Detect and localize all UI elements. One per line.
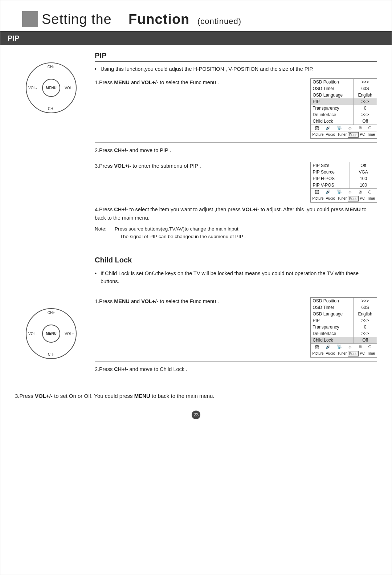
tab2-func[interactable]: Func <box>348 196 359 201</box>
cl-tab-time[interactable]: Time <box>366 351 376 356</box>
menu2-icon-picture: 🖼 <box>315 190 319 194</box>
cl-icon-audio: 🔊 <box>326 344 331 349</box>
table-row: OSD Timer 60S <box>311 304 377 311</box>
menu-icon-picture: 🖼 <box>315 126 319 130</box>
cl-remote-menu-btn: MENU <box>42 325 60 343</box>
pip-vpos-label: PIP V-POS <box>311 182 350 188</box>
pip-menu-osd-lang-label: OSD Language <box>311 92 354 98</box>
cl-deint-label: De-interlace <box>311 330 354 337</box>
table-row: Transparency 0 <box>311 324 377 330</box>
menu2-icon-audio: 🔊 <box>326 189 331 194</box>
pip-menu-footer-1: 🖼 🔊 📡 ◇ 🖥 ⏱ <box>311 125 377 131</box>
pip-menu-pip-label: PIP <box>311 98 354 105</box>
pip-menu-tabs-2: Picture Audio Tuner Func PC Time <box>311 195 377 202</box>
cl-icon-pc: 🖥 <box>358 344 362 349</box>
cl-childlock-label: Child Lock <box>311 337 354 343</box>
table-row: OSD Language English <box>311 311 377 317</box>
cl-tab-audio[interactable]: Audio <box>325 351 336 356</box>
cl-tab-pc[interactable]: PC <box>359 351 366 356</box>
menu-icon-pc: 🖥 <box>358 126 362 130</box>
cl-tab-tuner[interactable]: Tuner <box>336 351 348 356</box>
page-wrapper: Setting the Function (continued) PIP CH+… <box>0 0 392 575</box>
tab2-pc[interactable]: PC <box>359 196 366 201</box>
child-lock-right-col: Child Lock If Child Lock is set On£‹the … <box>87 256 377 291</box>
tab-picture[interactable]: Picture <box>311 132 325 138</box>
child-lock-title: Child Lock <box>95 256 377 266</box>
table-row: OSD Position >>> <box>311 298 377 304</box>
tab-audio[interactable]: Audio <box>325 132 336 138</box>
pip-bullet-text: Using this function,you could adjust the… <box>95 65 377 73</box>
pip-menu-osd-timer-label: OSD Timer <box>311 85 354 92</box>
cl-divider-2 <box>15 388 377 388</box>
remote-diagram-pip: CH+ CH- VOL- VOL+ MENU <box>26 62 77 113</box>
menu-icon-tuner: 📡 <box>337 126 342 130</box>
cl-osd-lang-label: OSD Language <box>311 311 354 317</box>
tab2-picture[interactable]: Picture <box>311 196 325 201</box>
cl-osd-timer-label: OSD Timer <box>311 304 354 311</box>
title-setting: Setting the <box>42 12 112 27</box>
remote-vol-plus: VOL+ <box>65 86 74 90</box>
cl-step1-row: 1.Press MENU and VOL+/- to select the Fu… <box>95 297 377 358</box>
cl-osd-pos-val: >>> <box>354 298 377 304</box>
pip-menu-box-2: PIP Size Off PIP Source VGA PIP H-POS 10… <box>310 162 377 203</box>
table-row: Child Lock Off <box>311 118 377 125</box>
pip-menu-osd-lang-val: English <box>354 92 377 98</box>
cl-osd-lang-val: English <box>354 311 377 317</box>
tab2-time[interactable]: Time <box>366 196 376 201</box>
pip-menu-childlock-val: Off <box>354 118 377 125</box>
pip-menu-footer-2: 🖼 🔊 📡 ◇ 🖥 ⏱ <box>311 188 377 195</box>
cl-menu-box: OSD Position >>> OSD Timer 60S OSD Langu… <box>310 297 377 358</box>
cl-deint-val: >>> <box>354 330 377 337</box>
pip-menu-tabs-1: Picture Audio Tuner Func PC Time <box>311 131 377 138</box>
remote-circle-pip: CH+ CH- VOL- VOL+ MENU <box>26 62 77 113</box>
cl-divider-1 <box>95 361 377 362</box>
pip-menu-table-2: PIP Size Off PIP Source VGA PIP H-POS 10… <box>311 162 377 188</box>
menu-icon-time: ⏱ <box>368 126 372 130</box>
pip-menu-table-1: OSD Position >>> OSD Timer 60S OSD Langu… <box>311 79 377 125</box>
table-row: De-interlace >>> <box>311 111 377 118</box>
cl-tab-picture[interactable]: Picture <box>311 351 325 356</box>
child-lock-bullet: If Child Lock is set On£‹the keys on the… <box>95 270 377 286</box>
cl-osd-pos-label: OSD Position <box>311 298 354 304</box>
tab2-audio[interactable]: Audio <box>325 196 336 201</box>
pip-step4-text: 4.Press CH+/- to select the item you wan… <box>95 205 377 222</box>
child-lock-steps-area: CH+ CH- VOL- VOL+ MENU 1.Press MENU and … <box>0 297 392 383</box>
tab-time[interactable]: Time <box>366 132 376 138</box>
tab-func[interactable]: Func <box>348 132 359 138</box>
remote-ch-plus: CH+ <box>48 65 55 69</box>
tab2-tuner[interactable]: Tuner <box>336 196 348 201</box>
pip-menu-deint-label: De-interlace <box>311 111 354 118</box>
cl-childlock-val: Off <box>354 337 377 343</box>
tab-tuner[interactable]: Tuner <box>336 132 348 138</box>
menu2-icon-pc: 🖥 <box>358 190 362 194</box>
pip-vpos-val: 100 <box>350 182 377 188</box>
table-row: De-interlace >>> <box>311 330 377 337</box>
cl-icon-tuner: 📡 <box>337 344 342 349</box>
pip-size-val: Off <box>350 162 377 169</box>
pip-section-bar: PIP <box>0 32 392 45</box>
pip-note-text: Note:Press source buttons(eg.TV/AV)to ch… <box>95 225 377 241</box>
cl-transp-val: 0 <box>354 324 377 330</box>
table-row: OSD Language English <box>311 92 377 98</box>
table-row: PIP Source VGA <box>311 169 377 175</box>
cl-icon-picture: 🖼 <box>315 344 319 349</box>
pip-source-label: PIP Source <box>311 169 350 175</box>
child-lock-section: Child Lock If Child Lock is set On£‹the … <box>0 256 392 407</box>
table-row: PIP >>> <box>311 98 377 105</box>
table-row: PIP H-POS 100 <box>311 175 377 182</box>
pip-step3-row: 3.Press VOL+/- to enter the submenu of P… <box>95 162 377 203</box>
cl-tab-func[interactable]: Func <box>348 351 359 356</box>
pip-left-col: CH+ CH- VOL- VOL+ MENU <box>15 52 87 246</box>
pip-step1-row: 1.Press MENU and VOL+/- to select the Fu… <box>95 78 377 139</box>
pip-menu-osd-timer-val: 60S <box>354 85 377 92</box>
menu-icon-diamond: ◇ <box>348 126 351 130</box>
pip-step1-text: 1.Press MENU and VOL+/- to select the Fu… <box>95 78 310 86</box>
tab-pc[interactable]: PC <box>359 132 366 138</box>
child-lock-remote-col: CH+ CH- VOL- VOL+ MENU <box>15 297 87 376</box>
pip-menu-transp-val: 0 <box>354 105 377 111</box>
cl-icon-time: ⏱ <box>368 344 372 349</box>
menu2-icon-diamond: ◇ <box>348 189 351 194</box>
cl-menu-table: OSD Position >>> OSD Timer 60S OSD Langu… <box>311 298 377 343</box>
cl-osd-timer-val: 60S <box>354 304 377 311</box>
cl-remote-ch-minus: CH- <box>48 352 54 356</box>
